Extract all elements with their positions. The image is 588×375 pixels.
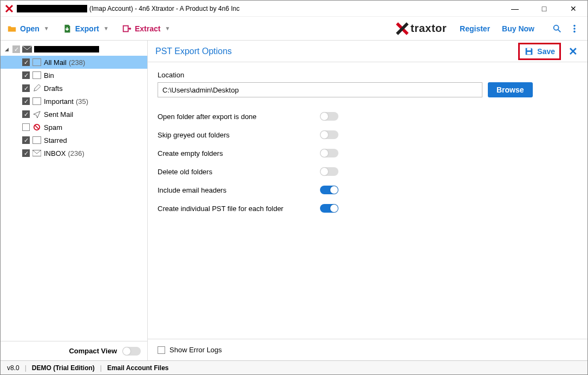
folder-label: Sent Mail (44, 110, 73, 119)
option-row: Create individual PST file for each fold… (158, 199, 578, 218)
folder-count: (35) (76, 97, 88, 106)
svg-point-4 (573, 30, 576, 32)
option-label: Skip greyed out folders (158, 131, 320, 139)
folder-icon (32, 150, 42, 156)
context-label: Email Account Files (107, 364, 169, 372)
option-toggle[interactable] (320, 186, 338, 194)
folder-checkbox[interactable]: ✓ (22, 97, 30, 105)
option-toggle[interactable] (320, 204, 338, 213)
tree-item-important[interactable]: ✓Important (35) (1, 95, 147, 108)
chevron-down-icon: ▼ (44, 25, 49, 31)
titlebar: (Imap Account) - 4n6 Xtraxtor - A Produc… (1, 1, 587, 17)
folder-icon (32, 58, 42, 66)
folder-checkbox[interactable]: ✓ (22, 149, 30, 157)
open-menu-button[interactable]: Open ▼ (7, 24, 49, 34)
tree-item-spam[interactable]: Spam (1, 121, 147, 134)
collapse-icon[interactable]: ◢ (5, 47, 10, 52)
extract-label: Extract (135, 24, 160, 33)
folder-checkbox[interactable]: ✓ (22, 110, 30, 118)
svg-point-1 (554, 25, 559, 30)
show-error-logs-checkbox[interactable] (158, 346, 165, 354)
folder-tree-sidebar: ◢ ✓ ✓All Mail (238)✓Bin✓Drafts✓Important… (1, 41, 148, 360)
edition-label: DEMO (Trial Edition) (32, 364, 95, 372)
option-toggle[interactable] (320, 112, 338, 121)
root-label-redacted (34, 46, 99, 52)
kebab-icon (570, 24, 579, 34)
window-maximize-button[interactable]: □ (534, 1, 554, 16)
tree-item-all-mail[interactable]: ✓All Mail (238) (1, 56, 147, 69)
compact-view-label: Compact View (69, 347, 117, 355)
option-label: Include email headers (158, 186, 320, 194)
search-button[interactable] (551, 22, 564, 35)
window-minimize-button[interactable]: ― (505, 1, 525, 16)
option-label: Open folder after export is done (158, 113, 320, 121)
folder-checkbox[interactable]: ✓ (22, 84, 30, 92)
export-options-panel: PST Export Options Save ✕ Location Brows… (148, 41, 587, 360)
save-button[interactable]: Save (524, 47, 555, 56)
tree-root-row[interactable]: ◢ ✓ (1, 43, 147, 56)
tree-item-drafts[interactable]: ✓Drafts (1, 82, 147, 95)
option-label: Create individual PST file for each fold… (158, 205, 320, 213)
folder-checkbox[interactable]: ✓ (22, 58, 30, 66)
brand-text: traxtor (410, 22, 447, 35)
tree-item-inbox[interactable]: ✓INBOX (236) (1, 147, 147, 160)
folder-label: Bin (44, 71, 54, 80)
folder-label: Drafts (44, 84, 63, 93)
option-row: Include email headers (158, 181, 578, 199)
folder-label: Spam (44, 123, 62, 131)
tree-item-starred[interactable]: ✓Starred (1, 134, 147, 147)
extract-menu-button[interactable]: Extract ▼ (122, 24, 170, 34)
folder-icon (32, 97, 42, 105)
chevron-down-icon: ▼ (103, 25, 109, 31)
folder-checkbox[interactable]: ✓ (22, 71, 30, 79)
svg-rect-0 (123, 25, 128, 31)
save-icon (524, 47, 534, 56)
location-input[interactable] (158, 82, 482, 97)
brand-logo: traxtor (395, 22, 447, 36)
folder-count: (236) (68, 149, 84, 157)
folder-open-icon (7, 24, 17, 34)
panel-title: PST Export Options (155, 47, 232, 56)
folder-label: INBOX (44, 149, 66, 157)
folder-label: All Mail (44, 58, 67, 67)
version-label: v8.0 (7, 364, 19, 372)
sidebar-footer: Compact View (1, 341, 147, 360)
save-highlight-box: Save (518, 43, 561, 60)
export-menu-button[interactable]: Export ▼ (62, 24, 109, 34)
svg-rect-9 (527, 51, 531, 54)
location-label: Location (158, 71, 578, 79)
option-label: Delete old folders (158, 168, 320, 176)
panel-close-button[interactable]: ✕ (566, 45, 580, 58)
compact-view-toggle[interactable] (122, 347, 141, 356)
option-label: Create empty folders (158, 149, 320, 157)
open-label: Open (20, 24, 40, 33)
option-toggle[interactable] (320, 149, 338, 157)
folder-label: Starred (44, 136, 67, 144)
window-close-button[interactable]: ✕ (564, 1, 583, 16)
chevron-down-icon: ▼ (165, 25, 170, 31)
folder-tree: ◢ ✓ ✓All Mail (238)✓Bin✓Drafts✓Important… (1, 41, 147, 341)
folder-label: Important (44, 97, 74, 106)
register-link[interactable]: Register (460, 24, 490, 33)
folder-icon (32, 136, 42, 144)
folder-checkbox[interactable] (22, 123, 30, 131)
folder-icon (32, 110, 42, 118)
option-row: Delete old folders (158, 162, 578, 181)
extract-icon (122, 24, 132, 34)
root-checkbox[interactable]: ✓ (12, 45, 20, 53)
option-toggle[interactable] (320, 130, 338, 139)
export-label: Export (75, 24, 99, 33)
tree-item-sent-mail[interactable]: ✓Sent Mail (1, 108, 147, 121)
option-toggle[interactable] (320, 167, 338, 176)
panel-header: PST Export Options Save ✕ (148, 41, 587, 62)
show-error-logs-label: Show Error Logs (169, 346, 222, 354)
browse-button[interactable]: Browse (488, 82, 533, 97)
main-toolbar: Open ▼ Export ▼ Extract ▼ traxtor Regist… (1, 17, 587, 41)
more-menu-button[interactable] (568, 22, 581, 35)
status-bar: v8.0 | DEMO (Trial Edition) | Email Acco… (1, 360, 587, 374)
tree-item-bin[interactable]: ✓Bin (1, 69, 147, 82)
window-title: (Imap Account) - 4n6 Xtraxtor - A Produc… (89, 5, 239, 12)
buy-now-link[interactable]: Buy Now (502, 24, 534, 33)
folder-checkbox[interactable]: ✓ (22, 136, 30, 144)
folder-icon (32, 84, 42, 92)
